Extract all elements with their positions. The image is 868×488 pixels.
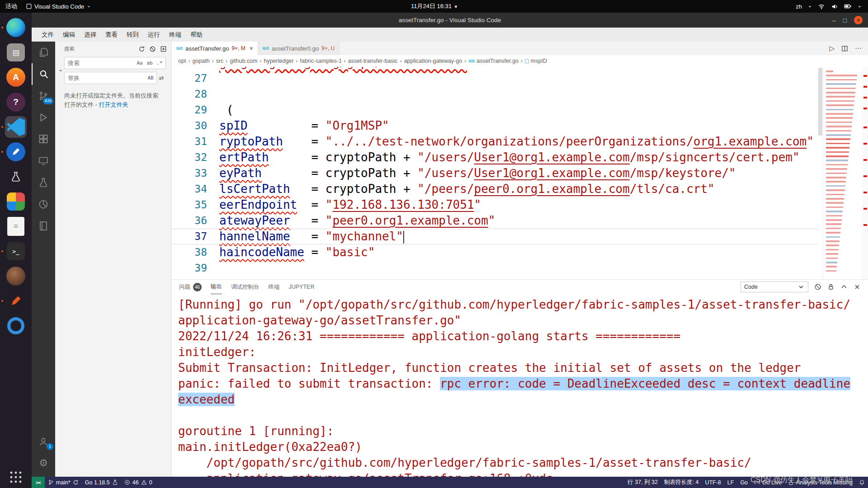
close-icon[interactable]: × [250, 45, 253, 52]
breadcrumb-item[interactable]: GOassetTransfer.go [468, 58, 519, 64]
go-version-indicator[interactable]: Go 1.18.5 [82, 477, 121, 488]
menu-item-4[interactable]: 查看 [101, 29, 122, 41]
activity-extensions-icon[interactable] [32, 128, 55, 150]
clear-output-icon[interactable] [814, 283, 821, 291]
ide-icon[interactable] [5, 191, 27, 212]
new-search-editor-icon[interactable] [160, 46, 167, 52]
run-code-button[interactable]: ▷ [829, 44, 835, 52]
snap-app-icon[interactable] [5, 265, 27, 287]
activity-testing-icon[interactable] [32, 172, 55, 193]
documents-icon[interactable]: ≡ [5, 216, 27, 237]
activity-remote-explorer-icon[interactable] [32, 150, 55, 172]
activity-settings-icon[interactable]: ⚙ [32, 452, 55, 474]
chevron-down-icon[interactable] [858, 5, 862, 9]
remote-indicator[interactable]: >< [32, 477, 45, 488]
menu-item-6[interactable]: 运行 [143, 29, 165, 41]
code-line: google.golang.org/grpc/credentials" [172, 67, 868, 70]
split-editor-icon[interactable] [841, 45, 848, 52]
whole-word-icon[interactable]: ab [145, 59, 154, 68]
activity-source-control-icon[interactable]: 835 [32, 85, 55, 107]
notifications-bell[interactable] [856, 477, 868, 488]
close-panel-icon[interactable] [854, 283, 861, 291]
replace-all-button[interactable]: ⇄ [157, 75, 166, 81]
panel-tab-问题[interactable]: 问题46 [179, 280, 202, 294]
panel-tab-JUPYTER[interactable]: JUPYTER [289, 280, 315, 294]
preserve-case-icon[interactable]: AB [146, 74, 155, 83]
activity-accounts-icon[interactable]: 1 [32, 431, 55, 452]
breadcrumb-item[interactable]: fabric-samples-1 [300, 58, 341, 64]
search-input[interactable]: 搜索 Aa ab .* [64, 57, 166, 69]
vscode-icon[interactable] [5, 116, 27, 138]
lock-scroll-icon[interactable] [827, 283, 835, 291]
volume-icon[interactable] [831, 3, 838, 10]
output-content[interactable]: [Running] go run "/opt/gopath/src/github… [172, 294, 868, 477]
battery-icon[interactable] [844, 3, 852, 9]
git-branch-indicator[interactable]: main* [45, 477, 82, 488]
regex-icon[interactable]: .* [155, 59, 164, 68]
code-editor[interactable]: google.golang.org/grpc/credentials"27282… [172, 67, 868, 279]
encoding-indicator[interactable]: UTF-8 [702, 477, 724, 488]
more-actions-icon[interactable]: ⋯ [855, 44, 862, 52]
clock[interactable]: 11月24日 16:31 [411, 2, 452, 10]
minimize-button[interactable]: – [832, 17, 836, 23]
output-channel-select[interactable]: Code [741, 282, 808, 292]
tab-1[interactable]: GOassetTransfer.go9+, M× [172, 42, 258, 55]
replace-input[interactable]: 替换 AB [64, 72, 157, 84]
activity-search-icon[interactable] [32, 63, 55, 85]
language-mode[interactable]: Go [737, 477, 751, 488]
pen-tool-icon[interactable] [5, 290, 27, 312]
help-icon[interactable]: ? [5, 91, 27, 113]
minimap[interactable] [823, 67, 862, 279]
refresh-icon[interactable] [138, 46, 145, 52]
activity-explorer-icon[interactable] [32, 42, 55, 63]
breadcrumb-item[interactable]: src [216, 58, 224, 64]
show-applications-icon[interactable] [9, 471, 22, 483]
menu-item-3[interactable]: 选择 [80, 29, 101, 41]
breadcrumb-item[interactable]: gopath [192, 58, 209, 64]
panel-tab-终端[interactable]: 终端 [269, 280, 280, 294]
breadcrumb-item[interactable]: hyperledger [264, 58, 293, 64]
breadcrumb-item[interactable]: github.com [230, 58, 257, 64]
wifi-icon[interactable] [818, 3, 825, 10]
breadcrumb-item[interactable]: application-gateway-go [404, 58, 462, 64]
open-folder-link[interactable]: 打开文件夹 [99, 101, 128, 108]
maximize-button[interactable]: □ [843, 17, 847, 23]
close-button[interactable]: × [854, 16, 863, 24]
tab-2[interactable]: GOassetTransfer0.go9+, U [258, 42, 340, 55]
breadcrumb-item[interactable]: opt [178, 58, 186, 64]
menu-item-1[interactable]: 文件 [37, 29, 58, 41]
text-editor-icon[interactable] [5, 141, 27, 163]
edge-browser-icon[interactable] [5, 17, 27, 38]
problems-indicator[interactable]: 46 0 [121, 477, 156, 488]
menu-item-2[interactable]: 编辑 [58, 29, 80, 41]
editor-scrollbar[interactable] [818, 68, 822, 136]
panel-tab-调试控制台[interactable]: 调试控制台 [231, 280, 259, 294]
browser-ring-icon[interactable] [5, 315, 27, 337]
toggle-replace-chevron[interactable] [57, 57, 64, 84]
titlebar[interactable]: assetTransfer.go - Visual Studio Code – … [32, 13, 868, 28]
activity-run-debug-icon[interactable] [32, 107, 55, 128]
menu-item-7[interactable]: 终端 [165, 29, 186, 41]
eol-indicator[interactable]: LF [724, 477, 737, 488]
clear-search-icon[interactable] [149, 46, 156, 52]
files-icon[interactable]: ▤ [5, 42, 27, 63]
activity-notebook-icon[interactable] [32, 215, 55, 237]
terminal-icon[interactable]: >_ [5, 240, 27, 262]
line-number: 39 [172, 260, 219, 276]
app-menu[interactable]: Visual Studio Code [26, 3, 91, 10]
activities-button[interactable]: 活动 [5, 2, 17, 10]
indentation-indicator[interactable]: 制表符长度: 4 [661, 477, 702, 488]
activity-dashboard-icon[interactable] [32, 193, 55, 215]
cursor-position[interactable]: 行 37, 列 32 [624, 477, 661, 488]
breadcrumb-item[interactable]: asset-transfer-basic [348, 58, 398, 64]
go-file-icon: GO [263, 46, 269, 51]
ubuntu-software-icon[interactable]: A [5, 66, 27, 88]
breadcrumb-item[interactable]: mspID [525, 58, 547, 64]
panel-tab-输出[interactable]: 输出 [211, 280, 222, 294]
menu-item-5[interactable]: 转到 [122, 29, 143, 41]
maximize-panel-icon[interactable] [840, 283, 848, 291]
test-tube-icon[interactable] [5, 166, 27, 188]
menu-item-8[interactable]: 帮助 [186, 29, 207, 41]
match-case-icon[interactable]: Aa [135, 59, 144, 68]
input-method-indicator[interactable]: zh [796, 3, 802, 10]
